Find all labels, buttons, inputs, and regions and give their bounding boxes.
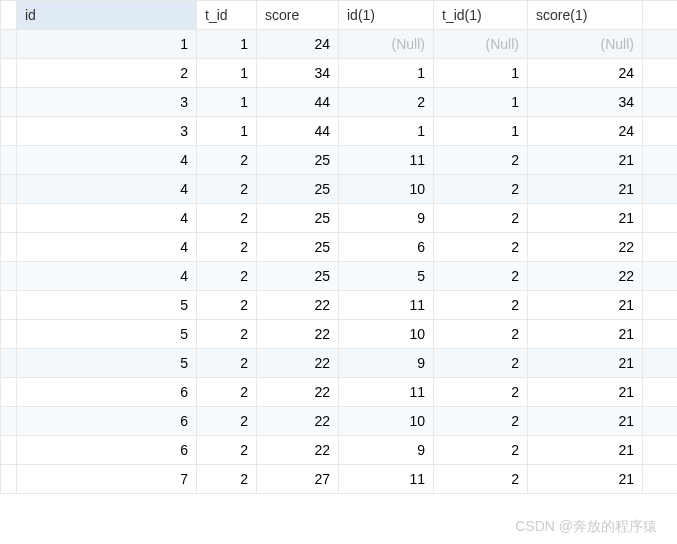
cell-id[interactable]: 3: [17, 88, 197, 117]
cell-score[interactable]: 44: [257, 88, 339, 117]
cell-t_id[interactable]: 1: [197, 117, 257, 146]
cell-score[interactable]: 22: [257, 378, 339, 407]
cell-t_id[interactable]: 2: [197, 320, 257, 349]
cell-t_id1[interactable]: 2: [434, 233, 528, 262]
table-row[interactable]: 522210221: [1, 320, 678, 349]
cell-score1[interactable]: 21: [528, 465, 643, 494]
cell-t_id1[interactable]: 2: [434, 146, 528, 175]
table-row[interactable]: 422510221: [1, 175, 678, 204]
cell-id[interactable]: 4: [17, 262, 197, 291]
cell-id1[interactable]: 10: [339, 175, 434, 204]
table-row[interactable]: 422511221: [1, 146, 678, 175]
cell-id[interactable]: 6: [17, 436, 197, 465]
cell-id1[interactable]: 1: [339, 117, 434, 146]
table-row[interactable]: 1124(Null)(Null)(Null): [1, 30, 678, 59]
cell-score[interactable]: 34: [257, 59, 339, 88]
cell-id[interactable]: 7: [17, 465, 197, 494]
cell-t_id1[interactable]: 2: [434, 378, 528, 407]
cell-id1[interactable]: 11: [339, 465, 434, 494]
cell-t_id[interactable]: 1: [197, 59, 257, 88]
cell-id[interactable]: 5: [17, 349, 197, 378]
cell-id1[interactable]: 10: [339, 407, 434, 436]
cell-t_id[interactable]: 1: [197, 30, 257, 59]
cell-t_id1[interactable]: 1: [434, 88, 528, 117]
cell-score[interactable]: 25: [257, 204, 339, 233]
column-header-tid[interactable]: t_id: [197, 1, 257, 30]
cell-score[interactable]: 25: [257, 262, 339, 291]
cell-id[interactable]: 3: [17, 117, 197, 146]
cell-id[interactable]: 2: [17, 59, 197, 88]
cell-t_id[interactable]: 2: [197, 204, 257, 233]
cell-t_id1[interactable]: 2: [434, 407, 528, 436]
cell-id[interactable]: 5: [17, 320, 197, 349]
cell-id[interactable]: 4: [17, 233, 197, 262]
table-row[interactable]: 622211221: [1, 378, 678, 407]
cell-id1[interactable]: 11: [339, 378, 434, 407]
cell-id[interactable]: 4: [17, 204, 197, 233]
cell-t_id1[interactable]: 1: [434, 59, 528, 88]
cell-score1[interactable]: 21: [528, 291, 643, 320]
cell-score1[interactable]: 22: [528, 262, 643, 291]
table-row[interactable]: 722711221: [1, 465, 678, 494]
cell-t_id1[interactable]: 2: [434, 204, 528, 233]
cell-t_id1[interactable]: 2: [434, 291, 528, 320]
cell-t_id[interactable]: 2: [197, 378, 257, 407]
column-header-blank[interactable]: [1, 1, 17, 30]
cell-id[interactable]: 4: [17, 146, 197, 175]
cell-id1[interactable]: (Null): [339, 30, 434, 59]
table-row[interactable]: 31441124: [1, 117, 678, 146]
cell-t_id1[interactable]: 2: [434, 320, 528, 349]
cell-t_id[interactable]: 2: [197, 262, 257, 291]
cell-t_id[interactable]: 2: [197, 175, 257, 204]
cell-id[interactable]: 5: [17, 291, 197, 320]
cell-t_id[interactable]: 2: [197, 407, 257, 436]
cell-score1[interactable]: 21: [528, 378, 643, 407]
cell-score[interactable]: 25: [257, 233, 339, 262]
cell-score1[interactable]: 21: [528, 320, 643, 349]
column-header-score[interactable]: score: [257, 1, 339, 30]
cell-t_id[interactable]: 2: [197, 436, 257, 465]
cell-t_id1[interactable]: 2: [434, 436, 528, 465]
cell-score1[interactable]: 21: [528, 436, 643, 465]
cell-t_id[interactable]: 2: [197, 291, 257, 320]
cell-t_id[interactable]: 2: [197, 349, 257, 378]
cell-id1[interactable]: 9: [339, 349, 434, 378]
cell-t_id[interactable]: 2: [197, 465, 257, 494]
cell-id1[interactable]: 2: [339, 88, 434, 117]
table-row[interactable]: 52229221: [1, 349, 678, 378]
cell-score[interactable]: 27: [257, 465, 339, 494]
cell-score1[interactable]: 21: [528, 175, 643, 204]
table-row[interactable]: 42255222: [1, 262, 678, 291]
data-table[interactable]: id t_id score id(1) t_id(1) score(1) 112…: [0, 0, 677, 494]
cell-id1[interactable]: 6: [339, 233, 434, 262]
cell-t_id1[interactable]: 1: [434, 117, 528, 146]
cell-score1[interactable]: 34: [528, 88, 643, 117]
cell-score[interactable]: 25: [257, 146, 339, 175]
cell-score1[interactable]: 21: [528, 146, 643, 175]
table-row[interactable]: 62229221: [1, 436, 678, 465]
column-header-tid1[interactable]: t_id(1): [434, 1, 528, 30]
cell-t_id1[interactable]: (Null): [434, 30, 528, 59]
cell-score1[interactable]: 24: [528, 117, 643, 146]
cell-id[interactable]: 1: [17, 30, 197, 59]
column-header-score1[interactable]: score(1): [528, 1, 643, 30]
cell-t_id1[interactable]: 2: [434, 262, 528, 291]
cell-id1[interactable]: 9: [339, 204, 434, 233]
cell-score[interactable]: 22: [257, 436, 339, 465]
table-row[interactable]: 42256222: [1, 233, 678, 262]
cell-id1[interactable]: 11: [339, 291, 434, 320]
cell-score[interactable]: 22: [257, 291, 339, 320]
cell-id1[interactable]: 9: [339, 436, 434, 465]
cell-score[interactable]: 22: [257, 320, 339, 349]
column-header-end[interactable]: [643, 1, 678, 30]
cell-id1[interactable]: 10: [339, 320, 434, 349]
cell-id[interactable]: 4: [17, 175, 197, 204]
cell-score1[interactable]: 24: [528, 59, 643, 88]
cell-score[interactable]: 22: [257, 349, 339, 378]
cell-id1[interactable]: 11: [339, 146, 434, 175]
cell-score[interactable]: 44: [257, 117, 339, 146]
cell-t_id[interactable]: 2: [197, 233, 257, 262]
cell-score1[interactable]: (Null): [528, 30, 643, 59]
cell-score1[interactable]: 21: [528, 204, 643, 233]
cell-score[interactable]: 22: [257, 407, 339, 436]
